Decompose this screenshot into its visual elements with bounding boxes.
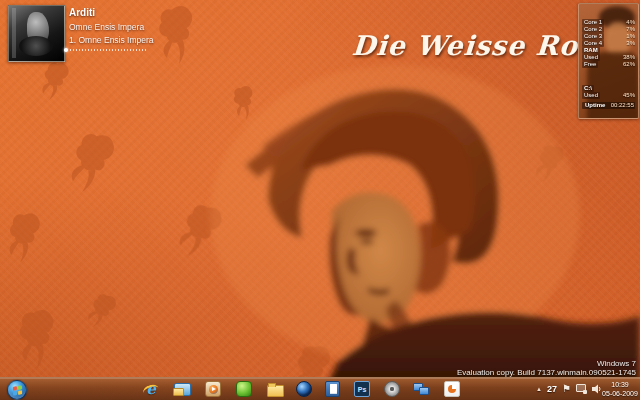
taskbar-item-media-center[interactable] — [293, 380, 315, 398]
monitor-row: Core 14% — [582, 19, 635, 26]
media-player-icon — [205, 381, 221, 397]
monitor-row: Core 31% — [582, 33, 635, 40]
media-center-orb-icon — [296, 381, 312, 397]
taskbar-item-orange-office-app[interactable] — [441, 380, 463, 398]
start-button[interactable] — [7, 380, 27, 400]
monitor-row-disk: C:\ — [582, 85, 635, 92]
taskbar-item-windows-explorer[interactable] — [171, 380, 193, 398]
taskbar-item-media-player[interactable] — [202, 380, 224, 398]
watermark-line2: Evaluation copy. Build 7137.winmain.0905… — [457, 368, 636, 377]
windows-flag-icon — [12, 385, 21, 396]
volume-tray-icon[interactable] — [592, 384, 602, 394]
now-playing-album: Omne Ensis Impera — [69, 22, 144, 32]
ie-swoosh-icon — [142, 383, 161, 398]
network-tray-icon[interactable] — [576, 384, 587, 394]
system-monitor-rows: Core 14% Core 27% Core 31% Core 43% RAM … — [582, 19, 635, 109]
now-playing-track: 1. Omne Ensis Impera — [69, 35, 154, 45]
monitor-row-ram: RAM — [582, 47, 635, 54]
now-playing-artist: Arditi — [69, 7, 95, 18]
now-playing-widget[interactable]: Arditi Omne Ensis Impera 1. Omne Ensis I… — [0, 0, 230, 66]
green-app-icon — [236, 381, 252, 397]
action-center-flag-icon[interactable]: ⚑ — [562, 384, 571, 394]
word-document-icon — [325, 381, 340, 397]
watermark-line1: Windows 7 — [457, 359, 636, 368]
disc-icon — [384, 381, 400, 397]
system-monitor-gadget[interactable]: Core 14% Core 27% Core 31% Core 43% RAM … — [578, 3, 639, 119]
taskbar-item-photoshop[interactable]: Ps — [351, 380, 373, 398]
clock-date: 05-06-2009 — [602, 389, 638, 398]
orange-office-app-icon — [444, 381, 460, 397]
monitor-row: Core 43% — [582, 40, 635, 47]
taskbar-item-internet-explorer[interactable]: e — [140, 380, 162, 398]
photoshop-icon: Ps — [354, 381, 370, 397]
monitor-row: Core 27% — [582, 26, 635, 33]
evaluation-watermark: Windows 7 Evaluation copy. Build 7137.wi… — [457, 359, 636, 377]
cpu-temperature-tray[interactable]: 27 — [547, 384, 557, 394]
taskbar[interactable]: e Ps ▲ 27 ⚑ 10:39 05-06-2009 — [0, 377, 640, 400]
album-art[interactable] — [8, 5, 65, 62]
windows-explorer-icon — [174, 383, 191, 396]
taskbar-item-word-document[interactable] — [321, 380, 343, 398]
progress-thumb[interactable] — [64, 48, 68, 52]
monitor-row: Used38% — [582, 54, 635, 61]
tray-clock[interactable]: 10:39 05-06-2009 — [602, 380, 638, 398]
clock-time: 10:39 — [602, 380, 638, 389]
system-tray: ▲ 27 ⚑ — [536, 378, 602, 400]
monitor-row: Used45% — [582, 92, 635, 99]
taskbar-item-disc[interactable] — [381, 380, 403, 398]
network-places-icon — [413, 382, 429, 396]
monitor-row: Free62% — [582, 61, 635, 68]
taskbar-item-network-places[interactable] — [410, 380, 432, 398]
monitor-row-uptime: Uptime00:22:55 — [582, 102, 635, 109]
wallpaper-title: Die Weisse Rose — [351, 30, 553, 61]
taskbar-item-green-app[interactable] — [233, 380, 255, 398]
taskbar-item-folder[interactable] — [264, 380, 286, 398]
show-hidden-icons-chevron[interactable]: ▲ — [536, 386, 542, 392]
folder-icon — [267, 385, 284, 397]
track-progress-bar[interactable] — [64, 49, 148, 51]
